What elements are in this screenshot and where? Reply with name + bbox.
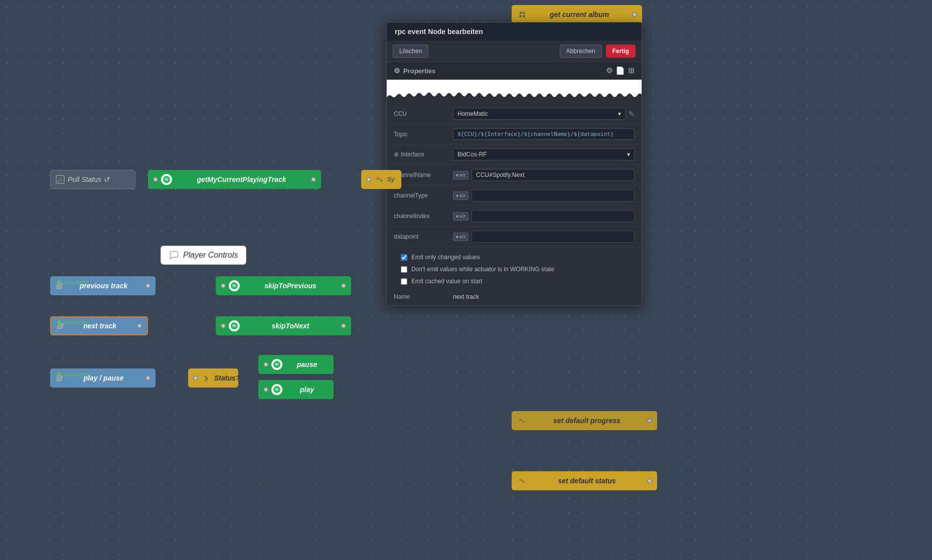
datapoint-label: datapoint — [394, 233, 449, 240]
port-right — [137, 323, 142, 328]
get-current-node[interactable]: getMyCurrentPlayingTrack — [148, 170, 321, 189]
datapoint-row: datapoint ▾a/z — [387, 227, 642, 247]
port-right — [145, 376, 150, 381]
channel-index-input[interactable] — [472, 210, 635, 222]
datapoint-value: ▾a/z — [453, 231, 635, 243]
channel-index-value: ▾a/z — [453, 210, 635, 222]
channel-name-input[interactable] — [472, 169, 635, 181]
datapoint-input[interactable] — [472, 231, 635, 243]
port-left — [193, 376, 198, 381]
port-left — [263, 387, 268, 392]
shuffle-icon2 — [517, 9, 528, 20]
skip-next-label: skipToNext — [243, 322, 338, 330]
panel-toolbar: Löschen Abbrechen Fertig — [387, 41, 642, 62]
poll-status-node[interactable]: ▷ Poll Status ↺ — [50, 170, 135, 189]
datapoint-tag[interactable]: ▾a/z — [453, 233, 469, 241]
channel-name-row: channelName ▾a/z — [387, 165, 642, 185]
grid-icon[interactable]: ⊞ — [628, 66, 635, 75]
settings-icon[interactable]: ⚙ — [606, 66, 612, 75]
topic-text: ${CCU}/${Interface}/${channelName}/${dat… — [453, 128, 635, 140]
port-right — [632, 12, 637, 17]
name-row: Name next track — [387, 288, 642, 305]
topic-value: ${CCU}/${Interface}/${channelName}/${dat… — [453, 128, 635, 140]
sy-node[interactable]: Sy — [361, 170, 401, 189]
play-label: play — [285, 386, 329, 394]
port-right — [341, 283, 346, 288]
shuffle-icon3 — [517, 415, 528, 426]
gear-icon: ⚙ — [394, 67, 400, 75]
skip-previous-label: skipToPrevious — [243, 282, 338, 290]
channel-type-label: channelType — [394, 192, 449, 199]
panel: rpc event Node bearbeiten Löschen Abbrec… — [386, 22, 642, 306]
checkbox-section: Emit only changed values Don't emit valu… — [387, 247, 642, 288]
no-working-state-checkbox[interactable] — [401, 266, 407, 273]
set-status-node[interactable]: set default status — [512, 471, 657, 490]
interface-row: ⊕Interface BidCos-RF ▾ — [387, 144, 642, 165]
shuffle-icon4 — [517, 475, 528, 486]
poll-status-label: Poll Status ↺ — [68, 175, 109, 183]
spotify-icon4 — [271, 359, 282, 370]
port-left — [263, 362, 268, 367]
skip-next-node[interactable]: skipToNext — [216, 316, 351, 335]
channel-index-label: channelIndex — [394, 213, 449, 220]
channel-index-tag[interactable]: ▾a/z — [453, 212, 469, 221]
port-right — [647, 478, 652, 483]
checkbox2-label[interactable]: Don't emit values while actuator is in W… — [411, 266, 554, 273]
checkbox1-label[interactable]: Emit only changed values — [411, 254, 480, 261]
port-left — [153, 177, 158, 182]
spotify-icon5 — [271, 384, 282, 395]
port-right — [311, 177, 316, 182]
torn-paper — [387, 80, 642, 104]
get-album-node[interactable]: get current album — [512, 5, 642, 24]
channel-type-input[interactable] — [472, 190, 635, 202]
name-value: next track — [453, 293, 479, 300]
sy-label: Sy — [387, 176, 395, 183]
get-current-label: getMyCurrentPlayingTrack — [175, 175, 308, 183]
spotify-icon — [161, 174, 172, 185]
done-button[interactable]: Fertig — [606, 45, 636, 58]
channel-type-row: channelType ▾a/z — [387, 185, 642, 206]
panel-body: CCU HomeMatic ▾ ✎ Topic ${CCU}/${Interfa… — [387, 104, 642, 305]
spotify-icon3 — [229, 320, 240, 331]
doc-icon[interactable]: 📄 — [615, 66, 625, 75]
channel-type-tag[interactable]: ▾a/z — [453, 192, 469, 200]
panel-props-header: ⚙ Properties ⚙ 📄 ⊞ — [387, 62, 642, 80]
set-progress-label: set default progress — [530, 417, 644, 425]
spotify-icon2 — [229, 280, 240, 291]
emit-cached-checkbox[interactable] — [401, 278, 407, 285]
wires-layer — [0, 0, 150, 75]
pause-node[interactable]: pause — [258, 355, 334, 374]
shuffle-icon — [374, 174, 385, 185]
topic-row: Topic ${CCU}/${Interface}/${channelName}… — [387, 124, 642, 144]
port-left — [221, 323, 226, 328]
previous-track-connected: connected — [57, 279, 89, 285]
panel-title: rpc event Node bearbeiten — [387, 23, 642, 41]
play-pause-connected: connected — [57, 371, 89, 378]
next-track-connected: connected — [57, 319, 89, 325]
cancel-button[interactable]: Abbrechen — [560, 45, 602, 58]
skip-previous-node[interactable]: skipToPrevious — [216, 276, 351, 295]
status-label: Status? — [214, 374, 240, 382]
topic-label: Topic — [394, 131, 449, 138]
ccu-select[interactable]: HomeMatic ▾ — [453, 108, 626, 120]
player-controls-note: Player Controls — [161, 246, 246, 265]
checkbox3-label[interactable]: Emit cached value on start — [411, 278, 482, 285]
checkbox1-row: Emit only changed values — [394, 251, 635, 263]
emit-changed-checkbox[interactable] — [401, 254, 407, 261]
interface-select[interactable]: BidCos-RF ▾ — [453, 148, 635, 160]
delete-button[interactable]: Löschen — [393, 45, 428, 58]
channel-name-tag[interactable]: ▾a/z — [453, 171, 469, 179]
channel-index-row: channelIndex ▾a/z — [387, 206, 642, 227]
pause-label: pause — [285, 360, 329, 368]
channel-name-value: ▾a/z — [453, 169, 635, 181]
edit-icon[interactable]: ✎ — [629, 110, 635, 118]
set-progress-node[interactable]: set default progress — [512, 411, 657, 430]
play-node[interactable]: play — [258, 380, 334, 399]
ccu-label: CCU — [394, 110, 449, 117]
checkbox2-row: Don't emit values while actuator is in W… — [394, 263, 635, 275]
status-node[interactable]: Status? — [188, 368, 238, 388]
ccu-value: HomeMatic ▾ ✎ — [453, 108, 635, 120]
get-album-label: get current album — [530, 11, 629, 19]
ccu-row: CCU HomeMatic ▾ ✎ — [387, 104, 642, 124]
checkbox3-row: Emit cached value on start — [394, 275, 635, 287]
